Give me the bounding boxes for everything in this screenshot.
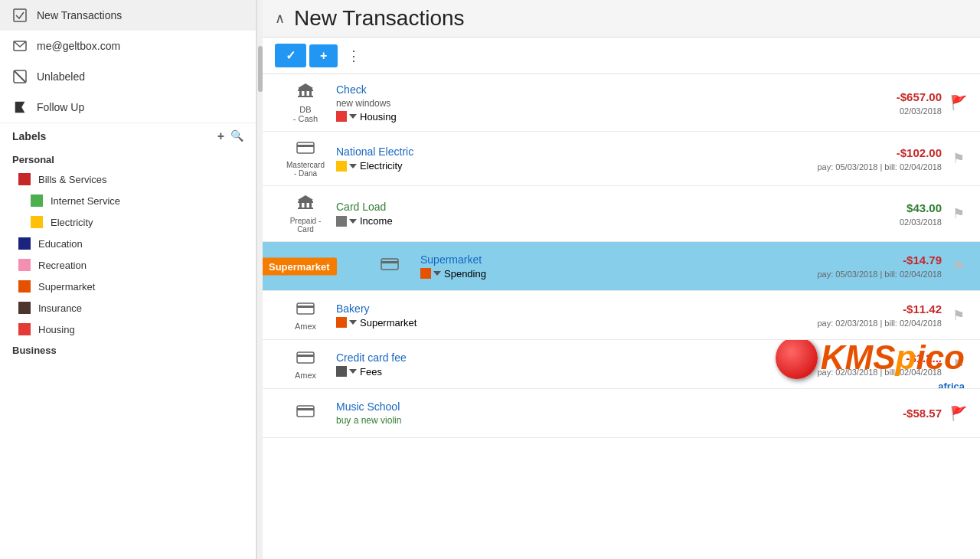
label-color (420, 268, 431, 279)
add-label-button[interactable]: + (217, 129, 224, 143)
tx-amount: $43.00 (906, 201, 942, 214)
sidebar-label-housing[interactable]: Housing (0, 319, 256, 340)
label-dropdown[interactable] (336, 216, 357, 227)
tx-date: 02/03/2018 (900, 106, 942, 116)
transaction-row[interactable]: Amex Credit card fee Fees -$1.2... pay: … (263, 340, 980, 389)
tx-amount: -$1.2... (906, 351, 942, 364)
tx-account (275, 403, 336, 424)
svg-rect-7 (299, 91, 302, 96)
svg-rect-18 (309, 203, 312, 208)
transaction-row[interactable]: Music School buy a new violin -$58.57 🚩 (263, 389, 980, 438)
svg-rect-10 (298, 96, 313, 97)
tx-account: DB - Cash (275, 82, 336, 123)
tx-account (359, 256, 420, 277)
svg-rect-16 (299, 203, 302, 208)
tx-right: $43.00 02/03/2018 (819, 201, 942, 227)
label-dropdown[interactable] (420, 268, 441, 279)
tx-flag[interactable]: ⚑ (949, 258, 968, 275)
svg-rect-20 (381, 259, 398, 270)
transaction-row[interactable]: Mastercard - Dana National Electric Elec… (263, 132, 980, 186)
bills-services-swatch (18, 173, 31, 185)
tx-details: Credit card fee Fees (336, 351, 818, 378)
account-name: Amex (295, 371, 316, 380)
tx-flag[interactable]: ⚑ (949, 205, 968, 222)
label-text: Fees (360, 366, 382, 378)
svg-line-2 (15, 71, 25, 82)
insurance-label: Insurance (38, 302, 82, 314)
tx-amount: -$657.00 (897, 90, 942, 103)
sidebar-label-education[interactable]: Education (0, 233, 256, 254)
sidebar-label-insurance[interactable]: Insurance (0, 297, 256, 319)
tx-details: Supermarket Spending (420, 253, 818, 280)
tx-name: Credit card fee (336, 351, 818, 364)
tx-sub: new windows (336, 98, 819, 109)
svg-rect-21 (381, 261, 398, 263)
svg-rect-5 (299, 88, 312, 90)
tx-right: -$1.2... pay: 02/03/2018 | bill: 02/04/2… (818, 351, 942, 377)
sidebar-label-bills-services[interactable]: Bills & Services (0, 168, 256, 190)
label-color (336, 366, 347, 377)
collapse-chevron[interactable]: ∧ (275, 10, 285, 27)
label-caret-icon (349, 164, 357, 168)
sidebar-label-recreation[interactable]: Recreation (0, 254, 256, 276)
tx-account: Mastercard - Dana (275, 139, 336, 178)
svg-rect-9 (309, 91, 312, 96)
label-dropdown[interactable] (336, 111, 357, 122)
label-text: Spending (444, 268, 486, 280)
svg-rect-24 (297, 352, 314, 363)
label-dropdown[interactable] (336, 161, 357, 172)
label-dropdown[interactable] (336, 366, 357, 377)
svg-rect-19 (298, 208, 313, 209)
tx-right: -$11.42 pay: 02/03/2018 | bill: 02/04/20… (818, 302, 942, 328)
tx-right: -$657.00 02/03/2018 (819, 90, 942, 116)
card-icon (296, 403, 315, 423)
sidebar-label-internet-service[interactable]: Internet Service (0, 190, 256, 211)
card-icon (381, 256, 399, 276)
labels-actions: + 🔍 (217, 129, 243, 143)
sidebar-scrollbar[interactable] (256, 0, 263, 559)
tx-amount: -$58.57 (903, 407, 942, 420)
account-name: DB - Cash (293, 105, 318, 123)
add-button[interactable]: + (309, 44, 338, 67)
internet-service-swatch (31, 195, 43, 207)
section-title-business: Business (0, 340, 256, 359)
bank-icon (296, 194, 315, 215)
electricity-swatch (31, 216, 43, 228)
tx-label-row: Income (336, 215, 819, 227)
label-text: Electricity (360, 160, 403, 172)
sidebar-item-new-transactions[interactable]: New Transactions (0, 0, 256, 31)
tx-amount: -$14.79 (903, 253, 942, 266)
tx-flag[interactable]: ⚑ (949, 356, 968, 373)
labels-header: Labels + 🔍 (0, 123, 256, 149)
transaction-row[interactable]: Amex Bakery Supermarket -$11.42 pay: 02/… (263, 291, 980, 340)
bills-services-label: Bills & Services (38, 174, 107, 185)
tx-label-row: Electricity (336, 160, 818, 172)
tx-date: 02/03/2018 (900, 217, 942, 227)
transaction-row[interactable]: DB - Cash Check new windows Housing -$65… (263, 74, 980, 132)
tx-details: Check new windows Housing (336, 83, 819, 123)
label-text: Supermarket (360, 317, 416, 329)
transaction-row[interactable]: Supermarket Supermarket Spending (263, 242, 980, 291)
tx-flag[interactable]: 🚩 (949, 405, 968, 422)
more-button[interactable]: ⋮ (341, 44, 368, 67)
check-button[interactable]: ✓ (275, 44, 306, 67)
search-label-button[interactable]: 🔍 (230, 129, 243, 143)
tx-flag[interactable]: ⚑ (949, 307, 968, 324)
label-dropdown[interactable] (336, 317, 357, 328)
sidebar-label-supermarket[interactable]: Supermarket (0, 276, 256, 297)
sidebar-item-email[interactable]: me@geltbox.com (0, 31, 256, 61)
supermarket-swatch (18, 280, 31, 293)
transaction-list: DB - Cash Check new windows Housing -$65… (263, 74, 980, 559)
sidebar-label-electricity[interactable]: Electricity (0, 211, 256, 233)
card-icon (296, 300, 315, 320)
sidebar-item-follow-up[interactable]: Follow Up (0, 92, 256, 123)
tx-label-row: Housing (336, 111, 819, 123)
tx-flag[interactable]: 🚩 (949, 94, 968, 111)
tx-label-row: Fees (336, 366, 818, 378)
tx-flag[interactable]: ⚑ (949, 150, 968, 167)
sidebar-item-unlabeled[interactable]: Unlabeled (0, 61, 256, 92)
section-title-personal: Personal (0, 149, 256, 168)
transaction-row[interactable]: Prepaid - Card Card Load Income $43.00 0… (263, 186, 980, 242)
email-icon (12, 38, 28, 54)
education-label: Education (38, 238, 83, 250)
